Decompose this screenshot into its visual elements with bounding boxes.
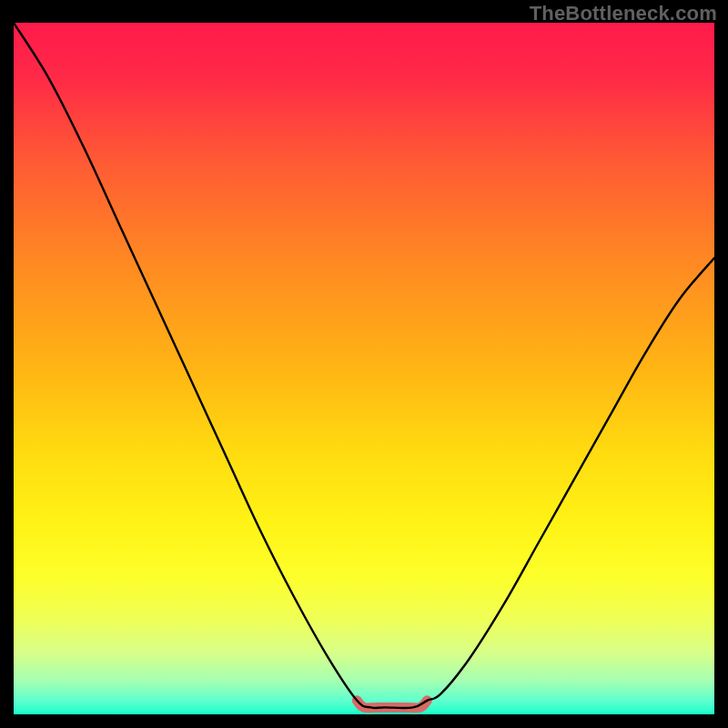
chart-frame <box>14 23 714 714</box>
bottleneck-chart <box>14 23 714 714</box>
gradient-background <box>14 23 714 714</box>
